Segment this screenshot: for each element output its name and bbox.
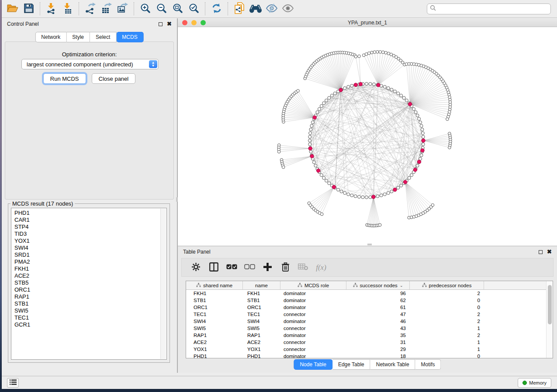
table-row[interactable]: YOX1YOX1connector291 <box>186 346 546 353</box>
cell: PHD1 <box>186 353 243 358</box>
cell: connector <box>280 346 346 353</box>
tab-style[interactable]: Style <box>66 32 90 42</box>
tab-select[interactable]: Select <box>90 32 116 42</box>
column-header-MCDS-role[interactable]: MCDS role <box>280 281 346 289</box>
column-header-name[interactable]: name <box>243 281 280 289</box>
zoom-out-button[interactable] <box>153 1 170 17</box>
show-all-button[interactable] <box>280 1 296 17</box>
import-network-button[interactable] <box>43 1 59 17</box>
zoom-in-button[interactable] <box>137 1 153 17</box>
tab-edge-table[interactable]: Edge Table <box>332 359 370 370</box>
hide-selected-button[interactable] <box>263 1 280 17</box>
close-panel-icon[interactable]: ✖ <box>547 250 552 254</box>
scrollbar-thumb[interactable] <box>548 285 552 324</box>
tab-network[interactable]: Network <box>35 32 66 42</box>
tab-mcds[interactable]: MCDS <box>116 32 143 42</box>
tab-network-table[interactable]: Network Table <box>370 359 415 370</box>
delete-column-button[interactable] <box>280 262 291 273</box>
export-image-button[interactable] <box>114 1 131 17</box>
import-table-button[interactable] <box>59 1 76 17</box>
zoom-fit-button[interactable] <box>170 1 186 17</box>
list-item[interactable]: RAP1 <box>14 293 159 300</box>
network-graph[interactable] <box>178 28 557 246</box>
column-header-predecessor-nodes[interactable]: predecessor nodes <box>410 281 484 289</box>
list-item[interactable]: YOX1 <box>14 237 159 244</box>
table-settings-button[interactable] <box>190 262 201 273</box>
table-panel: Table Panel ✖ f(x) shared namenameMCDS r… <box>177 246 557 373</box>
memory-button[interactable]: Memory <box>518 378 551 388</box>
float-panel-icon[interactable] <box>159 22 163 26</box>
table-scrollbar[interactable] <box>546 281 553 358</box>
list-item[interactable]: GCR1 <box>14 321 159 328</box>
table-toolbar: f(x) <box>181 258 554 277</box>
network-window: YPA_prune.txt_1 <box>177 18 557 246</box>
list-item[interactable]: ORC1 <box>14 286 159 293</box>
list-item[interactable]: PHD1 <box>14 210 159 217</box>
search-objects-button[interactable] <box>247 1 263 17</box>
control-panel-header: Control Panel ✖ <box>2 18 177 30</box>
list-item[interactable]: SRD1 <box>14 251 159 258</box>
tab-motifs[interactable]: Motifs <box>415 359 441 370</box>
list-item[interactable]: CAR1 <box>14 217 159 224</box>
import-network-icon <box>46 3 57 15</box>
clone-network-button[interactable] <box>231 1 247 17</box>
cell: 31 <box>346 339 410 346</box>
table-row[interactable]: ACE2ACE2connector311 <box>186 339 546 346</box>
list-item[interactable]: STB5 <box>14 279 159 286</box>
column-header-successor-nodes[interactable]: successor nodes⌄ <box>346 281 410 289</box>
select-all-button[interactable] <box>226 262 237 273</box>
criterion-dropdown[interactable]: largest connected component (undirected)… <box>21 59 159 69</box>
task-history-button[interactable] <box>7 378 19 388</box>
splitter-handle[interactable] <box>367 244 372 245</box>
list-item[interactable]: SWI4 <box>14 244 159 251</box>
run-mcds-button[interactable]: Run MCDS <box>43 73 86 84</box>
list-item[interactable]: SWI5 <box>14 307 159 314</box>
binoculars-icon <box>249 3 262 14</box>
save-button[interactable] <box>21 1 37 17</box>
open-button[interactable] <box>4 1 21 17</box>
table-row[interactable]: PHD1PHD1dominator180 <box>186 353 546 358</box>
list-item[interactable]: ACE2 <box>14 272 159 279</box>
mcds-list-scrollbar[interactable] <box>160 209 166 359</box>
table-row[interactable]: TEC1TEC1connector472 <box>186 311 546 318</box>
close-panel-button[interactable]: Close panel <box>92 73 136 84</box>
tab-node-table[interactable]: Node Table <box>294 359 332 370</box>
table-row[interactable]: RAP1RAP1dominator352 <box>186 332 546 339</box>
network-canvas[interactable] <box>178 28 557 246</box>
list-item[interactable]: STP4 <box>14 224 159 230</box>
open-folder-icon <box>7 3 18 15</box>
search-input[interactable] <box>436 6 548 12</box>
zoom-selected-button[interactable] <box>186 1 202 17</box>
delete-table-button[interactable] <box>298 262 308 273</box>
cell: connector <box>280 339 346 346</box>
column-header-shared-name[interactable]: shared name <box>186 281 243 289</box>
cell: ACE2 <box>186 339 243 346</box>
close-panel-icon[interactable]: ✖ <box>167 22 172 26</box>
float-panel-icon[interactable] <box>539 250 543 254</box>
list-item[interactable]: STB1 <box>14 300 159 307</box>
table-row[interactable]: SWI5SWI5connector431 <box>186 325 546 332</box>
table-row[interactable]: SWI4SWI4dominator462 <box>186 318 546 325</box>
list-item[interactable]: TID3 <box>14 230 159 237</box>
table-row[interactable]: FKH1FKH1dominator962 <box>186 290 546 297</box>
table-row[interactable]: ORC1ORC1dominator610 <box>186 304 546 311</box>
list-item[interactable]: TEC1 <box>14 314 159 321</box>
splitter-handle[interactable] <box>176 197 178 202</box>
cell: 43 <box>346 325 410 332</box>
show-columns-button[interactable] <box>208 262 219 273</box>
maximize-window-icon[interactable] <box>201 20 206 25</box>
add-column-button[interactable] <box>262 262 273 273</box>
table-row[interactable]: STB1STB1dominator620 <box>186 297 546 304</box>
list-item[interactable]: PMA2 <box>14 258 159 265</box>
minimize-window-icon[interactable] <box>191 20 197 25</box>
export-network-button[interactable] <box>82 1 98 17</box>
function-builder-button[interactable]: f(x) <box>316 262 326 273</box>
refresh-button[interactable] <box>208 1 225 17</box>
network-titlebar[interactable]: YPA_prune.txt_1 <box>178 18 557 27</box>
cell: dominator <box>280 290 346 297</box>
close-window-icon[interactable] <box>182 20 187 25</box>
list-item[interactable]: FKH1 <box>14 265 159 272</box>
deselect-all-button[interactable] <box>244 262 255 273</box>
mcds-result-list[interactable]: PHD1CAR1STP4TID3YOX1SWI4SRD1PMA2FKH1ACE2… <box>14 210 159 358</box>
export-table-button[interactable] <box>98 1 114 17</box>
